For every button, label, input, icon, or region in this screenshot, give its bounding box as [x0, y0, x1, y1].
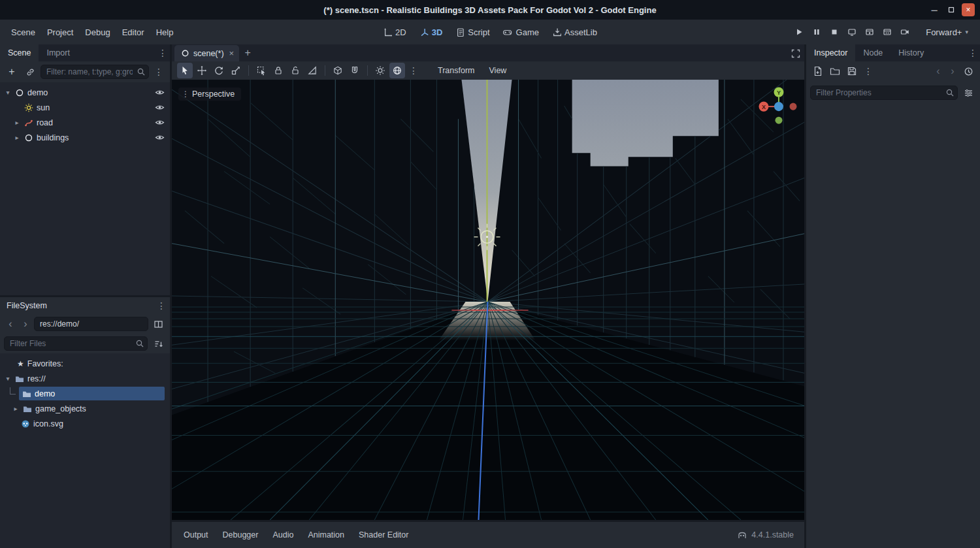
workspace-script-button[interactable]: Script — [449, 25, 495, 40]
favorites-row[interactable]: ★ Favorites: — [0, 356, 170, 371]
scene-dock-tabs: Scene Import ⋮ — [0, 44, 170, 61]
lock-button[interactable] — [270, 63, 286, 78]
play-custom-scene-button[interactable] — [879, 24, 895, 40]
workspace-assetlib-button[interactable]: AssetLib — [546, 25, 603, 40]
local-space-button[interactable] — [330, 63, 346, 78]
workspace-game-button[interactable]: Game — [497, 25, 545, 40]
fs-row-res[interactable]: ▾ res:// — [0, 371, 170, 386]
axis-z-ball[interactable] — [774, 102, 783, 111]
expand-arrow-icon[interactable]: ▸ — [13, 119, 21, 126]
play-remote-button[interactable] — [843, 24, 860, 40]
menu-project[interactable]: Project — [41, 25, 79, 40]
current-path-field[interactable] — [34, 317, 148, 331]
unlock-button[interactable] — [287, 63, 303, 78]
expand-arrow-icon[interactable]: ▸ — [12, 405, 20, 412]
history-forward-icon[interactable]: › — [946, 64, 959, 78]
panel-debugger-button[interactable]: Debugger — [216, 527, 265, 543]
tab-inspector[interactable]: Inspector — [806, 44, 855, 61]
tree-node-sun[interactable]: sun — [0, 100, 170, 115]
add-node-button[interactable]: + — [4, 64, 20, 80]
transform-menu[interactable]: Transform — [431, 64, 482, 77]
history-back-icon[interactable]: ‹ — [932, 64, 945, 78]
visibility-eye-icon[interactable] — [152, 134, 167, 141]
collapse-arrow-icon[interactable]: ▾ — [4, 89, 12, 96]
view-menu[interactable]: View — [483, 64, 514, 77]
viewport-3d-scene[interactable]: X Y — [172, 80, 804, 520]
axis-neg-x-ball[interactable] — [789, 103, 796, 110]
axis-neg-y-ball[interactable] — [775, 117, 782, 124]
tree-node-road[interactable]: ▸ road — [0, 115, 170, 130]
minimize-button[interactable]: ─ — [928, 3, 941, 16]
filesystem-menu-icon[interactable]: ⋮ — [154, 300, 169, 311]
version-info[interactable]: 4.4.1.stable — [737, 530, 799, 540]
tab-history[interactable]: History — [890, 44, 932, 61]
visibility-eye-icon[interactable] — [152, 104, 167, 111]
nav-forward-icon[interactable]: › — [19, 317, 32, 331]
menu-editor[interactable]: Editor — [116, 25, 150, 40]
close-button[interactable]: × — [962, 3, 975, 16]
viewport-3d[interactable]: X Y ⋮ Perspective — [172, 80, 804, 520]
menu-scene[interactable]: Scene — [5, 25, 41, 40]
tree-node-demo[interactable]: ▾ demo — [0, 85, 170, 100]
stop-button[interactable] — [826, 24, 842, 40]
new-scene-tab-button[interactable]: + — [239, 44, 256, 61]
pause-button[interactable] — [808, 24, 825, 40]
close-tab-icon[interactable]: × — [229, 48, 235, 58]
renderer-selector[interactable]: Forward+ ▾ — [921, 25, 973, 40]
instance-scene-button[interactable] — [22, 64, 38, 80]
visibility-eye-icon[interactable] — [152, 89, 167, 96]
projection-selector[interactable]: ⋮ Perspective — [178, 88, 241, 101]
collapse-arrow-icon[interactable]: ▾ — [4, 375, 12, 382]
fs-row-icon-svg[interactable]: icon.svg — [0, 416, 170, 431]
file-filter-input[interactable] — [4, 336, 148, 351]
panel-shader-editor-button[interactable]: Shader Editor — [352, 527, 415, 543]
panel-output-button[interactable]: Output — [177, 527, 215, 543]
ruler-button[interactable] — [304, 63, 320, 78]
property-filter-input[interactable] — [810, 86, 958, 100]
sort-files-button[interactable] — [150, 336, 166, 351]
workspace-3d-button[interactable]: 3D — [414, 25, 449, 40]
scene-filter-input[interactable] — [41, 65, 149, 79]
tab-import[interactable]: Import — [39, 44, 77, 61]
panel-audio-button[interactable]: Audio — [266, 527, 300, 543]
preview-sunlight-button[interactable] — [372, 63, 388, 78]
panel-animation-button[interactable]: Animation — [301, 527, 351, 543]
scene-tree-menu-icon[interactable]: ⋮ — [152, 67, 166, 77]
nav-back-icon[interactable]: ‹ — [4, 317, 17, 331]
select-tool-button[interactable] — [177, 63, 193, 78]
property-display-options-button[interactable] — [960, 85, 976, 101]
viewport-extra-options-icon[interactable]: ⋮ — [406, 65, 421, 76]
scene-filter — [41, 65, 149, 79]
menu-debug[interactable]: Debug — [79, 25, 116, 40]
tree-node-buildings[interactable]: ▸ buildings — [0, 130, 170, 145]
move-tool-button[interactable] — [194, 63, 210, 78]
snap-button[interactable] — [347, 63, 363, 78]
split-view-button[interactable] — [150, 316, 166, 332]
tab-node[interactable]: Node — [855, 44, 890, 61]
load-resource-button[interactable] — [827, 63, 843, 79]
expand-arrow-icon[interactable]: ▸ — [13, 134, 21, 141]
menu-help[interactable]: Help — [150, 25, 180, 40]
maximize-button[interactable] — [945, 3, 958, 16]
fs-row-demo[interactable]: demo — [0, 386, 170, 401]
inspector-dock-menu-icon[interactable]: ⋮ — [966, 44, 980, 61]
workspace-2d-button[interactable]: 2D — [377, 25, 412, 40]
movie-mode-button[interactable] — [896, 24, 913, 40]
list-select-button[interactable] — [253, 63, 269, 78]
resource-extra-options-icon[interactable]: ⋮ — [861, 66, 875, 76]
visibility-eye-icon[interactable] — [152, 119, 167, 126]
preview-environment-button[interactable] — [389, 63, 405, 78]
scale-tool-button[interactable] — [228, 63, 244, 78]
selected-folder-demo[interactable]: demo — [19, 387, 165, 400]
scene-dock-menu-icon[interactable]: ⋮ — [155, 44, 170, 61]
rotate-tool-button[interactable] — [211, 63, 227, 78]
scene-tab-active[interactable]: scene(*) × — [174, 45, 239, 61]
tab-scene[interactable]: Scene — [0, 44, 39, 61]
inspector-filter-row — [806, 81, 980, 101]
object-history-button[interactable] — [960, 63, 976, 79]
play-scene-button[interactable] — [861, 24, 877, 40]
play-button[interactable] — [791, 24, 807, 40]
fullscreen-icon[interactable] — [786, 44, 804, 61]
new-resource-button[interactable] — [810, 63, 826, 79]
fs-row-game-objects[interactable]: ▸ game_objects — [0, 401, 170, 416]
